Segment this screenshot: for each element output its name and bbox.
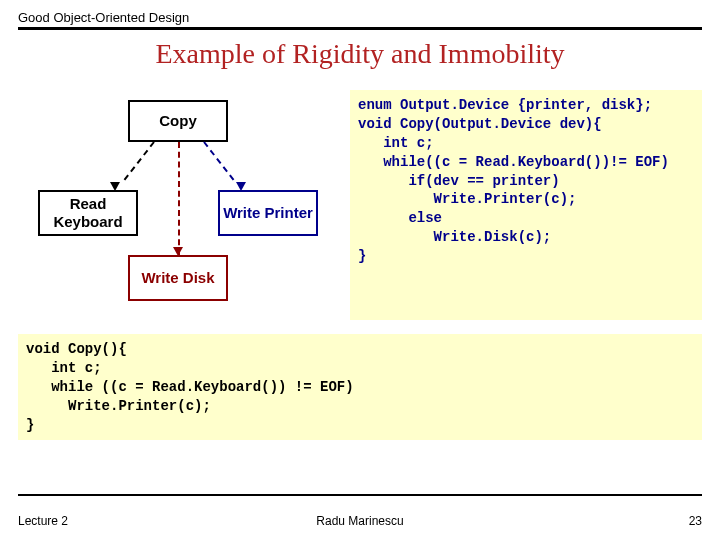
code-block-copy: void Copy(){ int c; while ((c = Read.Key… [18, 334, 702, 440]
footer-center: Radu Marinescu [316, 514, 403, 528]
arrow-copy-to-printer [203, 141, 234, 180]
slide-title: Example of Rigidity and Immobility [0, 38, 720, 70]
box-read-keyboard: Read Keyboard [38, 190, 138, 236]
header-rule [18, 27, 702, 30]
footer-right: 23 [689, 514, 702, 528]
box-copy: Copy [128, 100, 228, 142]
main-row: Copy Read Keyboard Write Printer Write D… [0, 90, 720, 320]
box-write-disk: Write Disk [128, 255, 228, 301]
footer: Lecture 2 Radu Marinescu 23 [18, 514, 702, 528]
header-text: Good Object-Oriented Design [18, 10, 702, 25]
arrow-copy-to-disk [178, 142, 180, 255]
diagram: Copy Read Keyboard Write Printer Write D… [18, 90, 338, 320]
arrowhead-copy-to-printer [236, 182, 246, 191]
arrowhead-copy-to-read [110, 182, 120, 191]
arrowhead-copy-to-disk [173, 247, 183, 256]
footer-rule [18, 494, 702, 496]
box-write-printer: Write Printer [218, 190, 318, 236]
footer-left: Lecture 2 [18, 514, 68, 528]
code-block-enum: enum Output.Device {printer, disk}; void… [350, 90, 702, 320]
arrow-copy-to-read [124, 141, 155, 180]
